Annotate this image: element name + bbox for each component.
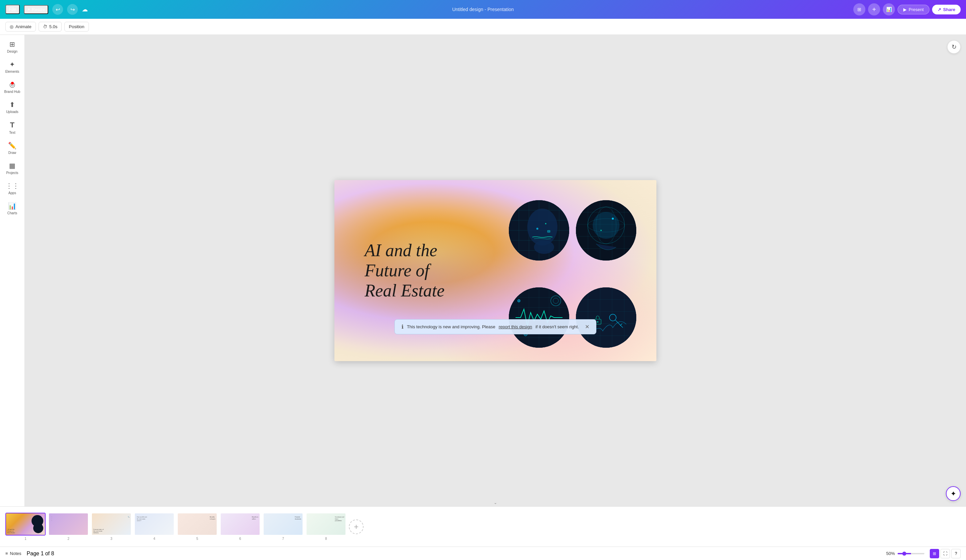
circle-top-right xyxy=(576,200,636,261)
svg-rect-15 xyxy=(547,230,550,232)
slide-thumb-num-7: 7 xyxy=(282,537,284,540)
projects-icon: ▦ xyxy=(9,162,15,170)
filmstrip-slide-5[interactable]: Benefitsto buyers 5 xyxy=(177,513,217,540)
slide-thumb-num-2: 2 xyxy=(67,537,69,540)
file-menu-button[interactable]: File xyxy=(5,5,20,14)
filmstrip: AI and theFuture ofReal Estate 1 ·······… xyxy=(0,506,966,547)
notes-button[interactable]: ≡ Notes xyxy=(5,551,21,556)
circle-bottom-right xyxy=(576,287,636,348)
slide-thumb-num-8: 8 xyxy=(325,537,327,540)
sidebar-item-text[interactable]: T Text xyxy=(1,118,24,138)
clock-icon: ⏱ xyxy=(43,24,47,29)
apps-icon: ⋮⋮ xyxy=(6,182,19,190)
cloud-save-icon[interactable]: ☁ xyxy=(82,6,88,13)
animate-button[interactable]: ◎ Animate xyxy=(5,22,36,31)
slide-title-line2: Future of xyxy=(365,261,429,280)
canva-apps-button[interactable]: ⊞ xyxy=(853,3,866,15)
duration-label: 5.0s xyxy=(49,24,58,29)
circle-bottom-left xyxy=(509,287,569,348)
expand-view-button[interactable]: ⛶ xyxy=(941,549,950,558)
uploads-icon: ⬆ xyxy=(9,100,15,108)
magic-button[interactable]: ✦ xyxy=(946,486,961,501)
notification-close-button[interactable]: ✕ xyxy=(585,324,589,330)
sidebar-item-uploads[interactable]: ⬆ Uploads xyxy=(1,98,24,117)
filmstrip-slide-3[interactable]: 🔍 Current state ofthe real estateindustr… xyxy=(91,513,131,540)
filmstrip-slide-4[interactable]: How can AI meetthe real estatesector? 4 xyxy=(134,513,174,540)
notes-label: Notes xyxy=(10,551,21,556)
filmstrip-slide-2[interactable]: ··········· 2 xyxy=(48,513,89,540)
sidebar-item-apps-label: Apps xyxy=(8,191,16,195)
sidebar-item-charts-label: Charts xyxy=(7,211,17,215)
sidebar-item-brand-hub[interactable]: ◎ Brand Hub xyxy=(1,78,24,97)
resize-button[interactable]: ✦ Resize xyxy=(24,5,49,14)
svg-point-30 xyxy=(600,230,602,231)
sidebar-item-uploads-label: Uploads xyxy=(6,110,18,114)
slide-thumb-preview-5: Benefitsto buyers xyxy=(177,513,217,535)
slide-title[interactable]: AI and the Future of Real Estate xyxy=(365,240,444,301)
share-label: Share xyxy=(943,7,955,12)
duration-button[interactable]: ⏱ 5.0s xyxy=(39,22,62,31)
position-button[interactable]: Position xyxy=(64,22,89,31)
topbar-right-actions: ⊞ + 📊 ▶ Present ↗ Share xyxy=(853,3,961,15)
slide-thumb-num-4: 4 xyxy=(153,537,155,540)
sidebar-item-draw-label: Draw xyxy=(8,151,16,155)
filmstrip-slide-8[interactable]: Conclusion andfuturepossibilities 8 xyxy=(306,513,346,540)
sidebar-item-draw[interactable]: ✏️ Draw xyxy=(1,139,24,158)
svg-point-12 xyxy=(534,240,554,254)
slide-thumb-preview-8: Conclusion andfuturepossibilities xyxy=(306,513,346,535)
slide-canvas[interactable]: AI and the Future of Real Estate xyxy=(334,180,656,361)
animate-label: Animate xyxy=(15,24,31,29)
report-design-link[interactable]: report this design xyxy=(499,324,532,329)
filmstrip-slide-6[interactable]: Benefits tosellers 6 xyxy=(220,513,260,540)
filmstrip-slide-7[interactable]: Potentialdrawbacks 7 xyxy=(263,513,303,540)
filmstrip-slide-1[interactable]: AI and theFuture ofReal Estate 1 xyxy=(5,513,46,540)
refresh-button[interactable]: ↻ xyxy=(947,40,961,54)
svg-point-13 xyxy=(536,228,538,230)
add-page-button[interactable]: + xyxy=(868,3,880,15)
slide-thumb-preview-4: How can AI meetthe real estatesector? xyxy=(134,513,174,535)
sidebar-item-apps[interactable]: ⋮⋮ Apps xyxy=(1,179,24,198)
analytics-button[interactable]: 📊 xyxy=(883,3,895,15)
add-slide-button[interactable]: + xyxy=(349,519,363,534)
svg-point-44 xyxy=(518,299,520,302)
sidebar-item-projects-label: Projects xyxy=(6,171,18,175)
present-button[interactable]: ▶ Present xyxy=(898,5,930,15)
page-info: Page 1 of 8 xyxy=(27,551,54,557)
zoom-level-label: 50% xyxy=(886,551,895,556)
notes-icon: ≡ xyxy=(5,551,8,556)
undo-button[interactable]: ↩ xyxy=(52,4,63,15)
hide-slide-toggle[interactable]: ⌄ xyxy=(492,499,498,506)
slide-title-line3: Real Estate xyxy=(365,281,444,300)
sidebar-item-elements[interactable]: ✦ Elements xyxy=(1,57,24,76)
sidebar-item-projects[interactable]: ▦ Projects xyxy=(1,159,24,178)
present-label: Present xyxy=(909,7,924,12)
info-icon: ℹ xyxy=(401,324,404,330)
share-button[interactable]: ↗ Share xyxy=(932,5,961,15)
grid-view-button[interactable]: ⊞ xyxy=(930,549,939,558)
slide-thumb-num-6: 6 xyxy=(239,537,241,540)
notification-text-end: if it doesn't seem right. xyxy=(535,324,579,329)
position-label: Position xyxy=(69,24,84,29)
zoom-controls: 50% ⊞ ⛶ ? xyxy=(886,549,961,558)
slide-thumb-preview-3: 🔍 Current state ofthe real estateindustr… xyxy=(91,513,131,535)
slide-thumb-preview-1: AI and theFuture ofReal Estate xyxy=(5,513,46,535)
notification-banner: ℹ This technology is new and improving. … xyxy=(394,319,596,334)
svg-point-14 xyxy=(545,223,546,224)
sidebar-item-charts[interactable]: 📊 Charts xyxy=(1,199,24,218)
redo-button[interactable]: ↪ xyxy=(67,4,78,15)
sidebar-item-brand-hub-wrap: ◎ Brand Hub xyxy=(1,78,24,97)
svg-rect-46 xyxy=(576,287,636,348)
zoom-slider[interactable] xyxy=(898,553,925,554)
animate-icon: ◎ xyxy=(10,24,13,29)
sidebar-item-text-label: Text xyxy=(9,131,15,135)
top-bar: File ✦ Resize ↩ ↪ ☁ Untitled design - Pr… xyxy=(0,0,966,19)
document-title[interactable]: Untitled design - Presentation xyxy=(452,7,514,12)
sidebar-item-elements-label: Elements xyxy=(5,70,20,74)
design-icon: ⊞ xyxy=(9,40,15,48)
slide-thumb-preview-7: Potentialdrawbacks xyxy=(263,513,303,535)
sidebar-item-design[interactable]: ⊞ Design xyxy=(1,38,24,56)
help-button[interactable]: ? xyxy=(951,549,961,558)
resize-label: Resize xyxy=(32,7,45,12)
sidebar: ⊞ Design ✦ Elements ◎ Brand Hub ⬆ Upload… xyxy=(0,35,25,506)
brand-hub-badge xyxy=(11,82,14,84)
